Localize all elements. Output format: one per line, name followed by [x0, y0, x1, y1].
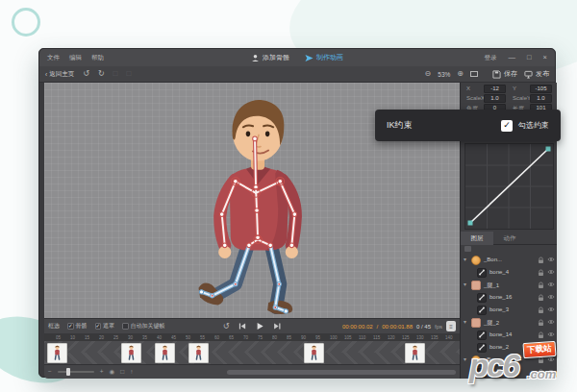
time-separator: / — [377, 324, 379, 330]
marquee-select-button[interactable]: 框选 — [48, 322, 60, 331]
disabled-tool-icon: □ — [126, 70, 131, 78]
lock-icon[interactable] — [538, 306, 544, 314]
keyframe-thumbnail[interactable] — [47, 343, 67, 363]
auto-keyframe-toggle[interactable]: 自动加关键帧 — [122, 322, 165, 331]
timeline-zoom-slider[interactable] — [58, 371, 94, 373]
chevron-down-icon[interactable]: ▾ — [464, 282, 466, 287]
horizontal-scrollbar[interactable] — [227, 370, 456, 375]
layer-bone-row[interactable]: bone_4 — [461, 266, 557, 279]
prop-scaley-value[interactable]: 1.0 — [530, 94, 552, 103]
layer-name: bone_14 — [489, 331, 512, 337]
next-frame-icon[interactable] — [272, 322, 281, 331]
close-icon[interactable]: × — [543, 54, 547, 61]
ruler-label: 30 — [128, 334, 133, 339]
make-animation-button[interactable]: 制作动画 — [305, 53, 343, 62]
export-up-icon[interactable]: ↑ — [130, 369, 133, 376]
ruler-label: 35 — [142, 334, 147, 339]
zoom-minus-icon[interactable]: − — [48, 369, 52, 376]
eye-icon[interactable] — [547, 282, 555, 287]
keyframe-thumbnail[interactable] — [304, 343, 324, 363]
keyframe-option-icon[interactable]: ◉ — [110, 369, 115, 376]
zoom-plus-icon[interactable]: + — [100, 369, 104, 376]
menu-edit[interactable]: 编辑 — [69, 54, 82, 62]
lock-icon[interactable] — [538, 282, 544, 289]
keyframe-thumbnail[interactable] — [121, 343, 141, 363]
layer-name: _Bon... — [484, 257, 502, 262]
publish-button[interactable]: 发布 — [524, 69, 549, 79]
back-home-button[interactable]: ‹ 返回主页 — [45, 70, 74, 79]
layer-group-row[interactable]: ▾ _腿_1 — [461, 279, 557, 291]
ruler-label: 65 — [229, 334, 234, 339]
prop-y-value[interactable]: -105 — [530, 85, 552, 93]
lock-icon[interactable] — [538, 257, 544, 264]
eye-icon[interactable] — [547, 294, 555, 300]
timeline-list-icon[interactable]: ≡ — [446, 321, 456, 331]
menu-file[interactable]: 文件 — [47, 54, 60, 62]
popup-title: IK约束 — [387, 119, 413, 132]
bone-icon — [477, 331, 487, 340]
zoom-out-icon[interactable]: ⊖ — [425, 70, 432, 78]
undo-icon[interactable]: ↺ — [83, 70, 89, 78]
publish-label: 发布 — [536, 69, 549, 79]
slider-handle[interactable] — [66, 368, 70, 376]
chevron-down-icon[interactable]: ▾ — [464, 356, 466, 362]
eye-icon[interactable] — [547, 319, 555, 325]
mini-character-icon — [125, 345, 138, 361]
prop-scalex-value[interactable]: 1.0 — [484, 94, 506, 103]
prop-x-value[interactable]: -12 — [484, 85, 506, 93]
login-button[interactable]: 登录 — [485, 54, 497, 62]
layer-group-row[interactable]: ▾ _Bon... — [461, 254, 557, 266]
frame-ruler[interactable]: 0510152025303540455055606570758085909510… — [44, 333, 460, 341]
mode-buttons: 添加骨骼 制作动画 — [251, 49, 343, 66]
ruler-label: 25 — [113, 334, 118, 339]
mini-character-icon — [308, 345, 320, 361]
show-mask-toggle[interactable]: ✓ 遮罩 — [95, 322, 115, 331]
eye-icon[interactable] — [547, 257, 555, 262]
maximize-icon[interactable]: □ — [527, 54, 532, 61]
lock-icon[interactable] — [538, 331, 544, 339]
image-thumbnail-icon — [471, 281, 481, 290]
chevron-down-icon[interactable]: ▾ — [464, 257, 466, 262]
layer-group-row[interactable]: ▾ _腿_2 — [461, 316, 557, 329]
zoom-in-icon[interactable]: ⊕ — [457, 70, 464, 78]
tab-actions[interactable]: 动作 — [493, 232, 526, 245]
lock-icon[interactable] — [538, 319, 544, 327]
check-icon: ✓ — [503, 121, 511, 130]
redo-icon[interactable]: ↻ — [98, 70, 105, 78]
easing-curve-editor[interactable] — [464, 143, 554, 230]
show-bones-toggle[interactable]: ✓ 骨骼 — [67, 322, 88, 331]
ruler-label: 15 — [85, 334, 89, 339]
toolbar: ‹ 返回主页 ↺ ↻ □ □ ⊖ 53% ⊕ 保存 发布 — [39, 66, 555, 83]
eye-icon[interactable] — [547, 306, 555, 312]
keyframe-track[interactable] — [44, 341, 460, 364]
tab-layers[interactable]: 图层 — [461, 232, 493, 245]
constraint-checkbox[interactable]: ✓ — [501, 120, 513, 132]
layer-bone-row[interactable]: bone_16 — [461, 291, 557, 304]
curve-handle-start[interactable] — [468, 221, 473, 226]
keyframe-thumbnail[interactable] — [188, 343, 209, 363]
add-layer-button[interactable] — [464, 246, 471, 252]
chevron-down-icon[interactable]: ▾ — [464, 319, 466, 325]
add-bone-button[interactable]: 添加骨骼 — [251, 53, 289, 62]
minimize-icon[interactable]: — — [509, 54, 516, 61]
ruler-label: 135 — [431, 334, 439, 339]
ruler-label: 75 — [258, 334, 263, 339]
menu-help[interactable]: 帮助 — [91, 54, 104, 62]
previous-frame-icon[interactable] — [238, 322, 246, 331]
ruler-label: 140 — [445, 334, 453, 339]
lock-icon[interactable] — [538, 294, 544, 302]
keyframe-thumbnail[interactable] — [405, 343, 425, 363]
fit-screen-icon[interactable] — [470, 71, 478, 77]
save-label: 保存 — [504, 69, 517, 79]
frame-option-icon[interactable]: □ — [120, 369, 124, 376]
layer-bone-row[interactable]: bone_3 — [461, 304, 557, 316]
play-icon[interactable] — [255, 322, 263, 331]
save-button[interactable]: 保存 — [492, 69, 517, 79]
curve-handle-end[interactable] — [546, 147, 551, 152]
eye-icon[interactable] — [547, 269, 555, 275]
character-artwork[interactable] — [185, 94, 321, 315]
eye-icon[interactable] — [547, 331, 555, 337]
lock-icon[interactable] — [538, 269, 544, 277]
keyframe-thumbnail[interactable] — [155, 343, 175, 363]
rewind-icon[interactable]: ↺ — [223, 323, 230, 331]
